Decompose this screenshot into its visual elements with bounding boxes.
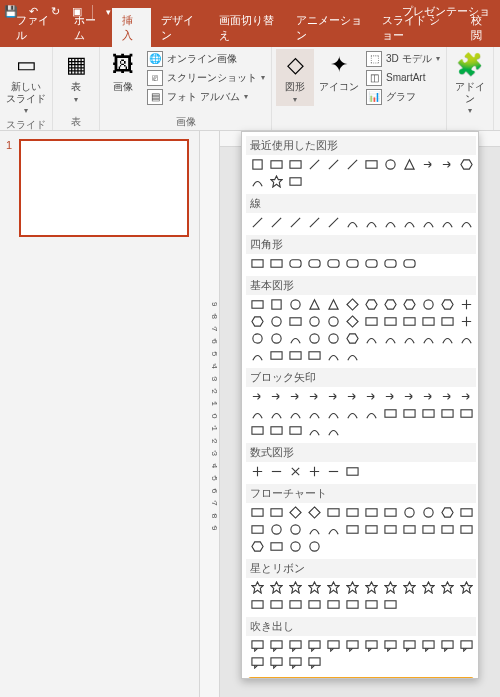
shape-item[interactable] (324, 347, 343, 364)
shape-item[interactable] (362, 596, 381, 613)
slide-thumbnails-pane[interactable]: 1 (0, 131, 200, 697)
addins-button[interactable]: 🧩 アドイ ン (451, 49, 489, 117)
shape-item[interactable] (362, 296, 381, 313)
shape-item[interactable] (324, 405, 343, 422)
tab-home[interactable]: ホーム (64, 8, 112, 47)
shape-item[interactable] (267, 596, 286, 613)
shape-item[interactable] (267, 521, 286, 538)
table-button[interactable]: ▦ 表 (57, 49, 95, 106)
shape-item[interactable] (267, 296, 286, 313)
shape-item[interactable] (438, 405, 457, 422)
shape-item[interactable] (381, 637, 400, 654)
shape-item[interactable] (267, 579, 286, 596)
shape-item[interactable] (267, 156, 286, 173)
shape-item[interactable] (248, 330, 267, 347)
shape-item[interactable] (362, 521, 381, 538)
shape-item[interactable] (305, 521, 324, 538)
shape-item[interactable] (305, 214, 324, 231)
shape-item[interactable] (248, 313, 267, 330)
shape-item[interactable] (438, 637, 457, 654)
tab-animations[interactable]: アニメーション (286, 8, 372, 47)
shape-item[interactable] (457, 521, 476, 538)
shape-item[interactable] (457, 405, 476, 422)
shape-item[interactable] (381, 388, 400, 405)
shape-item[interactable] (324, 313, 343, 330)
shape-item[interactable] (324, 330, 343, 347)
shape-item[interactable] (286, 255, 305, 272)
shape-item[interactable] (400, 521, 419, 538)
tab-design[interactable]: デザイン (151, 8, 209, 47)
shape-item[interactable] (362, 313, 381, 330)
shape-item[interactable] (362, 255, 381, 272)
shape-item[interactable] (343, 156, 362, 173)
shape-item[interactable] (438, 313, 457, 330)
shape-item[interactable] (438, 504, 457, 521)
shape-item[interactable] (419, 296, 438, 313)
shape-item[interactable] (343, 388, 362, 405)
shape-item[interactable] (362, 156, 381, 173)
shape-item[interactable] (381, 521, 400, 538)
shape-item[interactable] (400, 504, 419, 521)
shape-item[interactable] (324, 296, 343, 313)
shape-item[interactable] (362, 637, 381, 654)
shape-item[interactable] (324, 521, 343, 538)
shape-item[interactable] (381, 405, 400, 422)
shape-item[interactable] (419, 313, 438, 330)
shape-item[interactable] (457, 330, 476, 347)
shape-item[interactable] (305, 637, 324, 654)
shape-item[interactable] (457, 214, 476, 231)
shape-item[interactable] (419, 330, 438, 347)
shape-item[interactable] (286, 579, 305, 596)
shape-item[interactable] (438, 296, 457, 313)
shape-item[interactable] (419, 637, 438, 654)
shape-item[interactable] (286, 463, 305, 480)
shape-item[interactable] (248, 654, 267, 671)
shape-item[interactable] (286, 313, 305, 330)
shape-item[interactable] (381, 214, 400, 231)
tab-file[interactable]: ファイル (6, 8, 64, 47)
shape-item[interactable] (305, 422, 324, 439)
shape-item[interactable] (305, 255, 324, 272)
shape-item[interactable] (305, 156, 324, 173)
tab-transitions[interactable]: 画面切り替え (209, 8, 286, 47)
shape-item[interactable] (286, 654, 305, 671)
screenshot-button[interactable]: ⎚スクリーンショット (145, 68, 267, 87)
shape-item[interactable] (267, 538, 286, 555)
shape-item[interactable] (400, 637, 419, 654)
shape-item[interactable] (400, 255, 419, 272)
shape-item[interactable] (400, 214, 419, 231)
shape-item[interactable] (362, 579, 381, 596)
shape-item[interactable] (267, 255, 286, 272)
shape-item[interactable] (248, 214, 267, 231)
shape-item[interactable] (267, 422, 286, 439)
shape-item[interactable] (419, 388, 438, 405)
shape-item[interactable] (248, 156, 267, 173)
shape-item[interactable] (248, 596, 267, 613)
shape-item[interactable] (305, 463, 324, 480)
shape-item[interactable] (400, 313, 419, 330)
shape-item[interactable] (248, 521, 267, 538)
tab-slideshow[interactable]: スライド ショー (372, 8, 461, 47)
shape-item[interactable] (457, 156, 476, 173)
shape-item[interactable] (267, 214, 286, 231)
shape-item[interactable] (362, 504, 381, 521)
shape-item[interactable] (286, 637, 305, 654)
shape-item[interactable] (248, 579, 267, 596)
shape-item[interactable] (400, 296, 419, 313)
shape-item[interactable] (457, 296, 476, 313)
shape-item[interactable] (324, 214, 343, 231)
shape-item[interactable] (362, 330, 381, 347)
shape-item[interactable] (286, 347, 305, 364)
shape-item[interactable] (381, 579, 400, 596)
shape-item[interactable] (362, 214, 381, 231)
shape-item[interactable] (305, 504, 324, 521)
shape-item[interactable] (457, 504, 476, 521)
shape-item[interactable] (305, 596, 324, 613)
shape-item[interactable] (324, 255, 343, 272)
shape-item[interactable] (267, 405, 286, 422)
shape-item[interactable] (324, 579, 343, 596)
shape-item[interactable] (419, 405, 438, 422)
shape-item[interactable] (343, 296, 362, 313)
shape-item[interactable] (400, 388, 419, 405)
shape-item[interactable] (457, 313, 476, 330)
